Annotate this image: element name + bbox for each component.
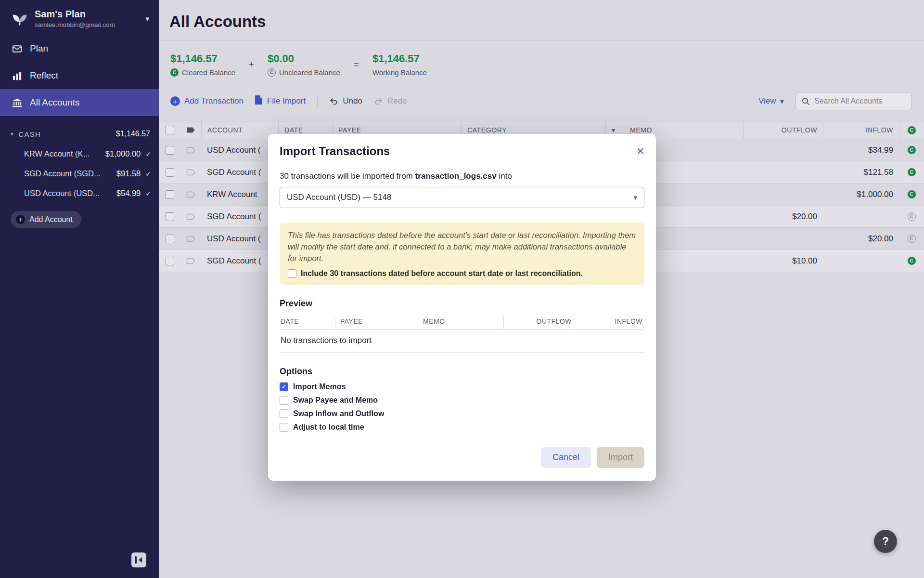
- option-label: Adjust to local time: [293, 423, 364, 432]
- import-transactions-modal: Import Transactions × 30 transactions wi…: [268, 134, 656, 481]
- preview-col-outflow: OUTFLOW: [503, 315, 574, 329]
- adjust-local-time-checkbox[interactable]: ✓: [280, 423, 288, 432]
- import-button[interactable]: Import: [597, 447, 644, 468]
- preview-col-date: DATE: [280, 315, 335, 329]
- modal-title: Import Transactions: [280, 144, 390, 158]
- option-label: Swap Payee and Memo: [293, 396, 378, 405]
- warning-banner: This file has transactions dated before …: [280, 223, 644, 285]
- option-swap-inflow-outflow[interactable]: ✓ Swap Inflow and Outflow: [280, 409, 644, 418]
- import-summary-text: 30 transactions will be imported from tr…: [280, 171, 644, 181]
- options-heading: Options: [280, 367, 644, 377]
- account-select[interactable]: USD Account (USD) — 5148 ▾: [280, 187, 644, 208]
- swap-inflow-outflow-checkbox[interactable]: ✓: [280, 409, 288, 418]
- preview-col-memo: MEMO: [418, 315, 503, 329]
- include-transactions-checkbox[interactable]: ✓: [288, 269, 296, 278]
- include-transactions-option[interactable]: ✓ Include 30 transactions dated before a…: [288, 269, 636, 278]
- check-icon: ✓: [282, 384, 286, 390]
- option-label: Import Memos: [293, 382, 346, 391]
- close-icon[interactable]: ×: [637, 144, 644, 158]
- preview-col-inflow: INFLOW: [574, 315, 644, 329]
- help-button[interactable]: ?: [874, 530, 897, 553]
- preview-empty-message: No transactions to import: [280, 329, 644, 353]
- option-label: Swap Inflow and Outflow: [293, 409, 384, 418]
- preview-header-row: DATE PAYEE MEMO OUTFLOW INFLOW: [280, 315, 644, 329]
- swap-payee-memo-checkbox[interactable]: ✓: [280, 396, 288, 405]
- options-list: ✓ Import Memos ✓ Swap Payee and Memo ✓ S…: [280, 382, 644, 432]
- option-adjust-local-time[interactable]: ✓ Adjust to local time: [280, 423, 644, 432]
- chevron-down-icon: ▾: [633, 193, 637, 202]
- option-import-memos[interactable]: ✓ Import Memos: [280, 382, 644, 391]
- import-filename: transaction_logs.csv: [415, 171, 497, 181]
- cancel-button[interactable]: Cancel: [541, 447, 591, 468]
- intro-suffix: into: [497, 171, 512, 181]
- import-memos-checkbox[interactable]: ✓: [280, 382, 288, 391]
- warning-text: This file has transactions dated before …: [288, 230, 636, 264]
- account-select-value: USD Account (USD) — 5148: [287, 193, 391, 202]
- preview-col-payee: PAYEE: [335, 315, 418, 329]
- intro-prefix: 30 transactions will be imported from: [280, 171, 415, 181]
- modal-actions: Cancel Import: [280, 447, 644, 468]
- preview-heading: Preview: [280, 299, 644, 309]
- include-checkbox-label: Include 30 transactions dated before acc…: [301, 269, 583, 278]
- preview-table: DATE PAYEE MEMO OUTFLOW INFLOW No transa…: [280, 315, 644, 353]
- option-swap-payee-memo[interactable]: ✓ Swap Payee and Memo: [280, 396, 644, 405]
